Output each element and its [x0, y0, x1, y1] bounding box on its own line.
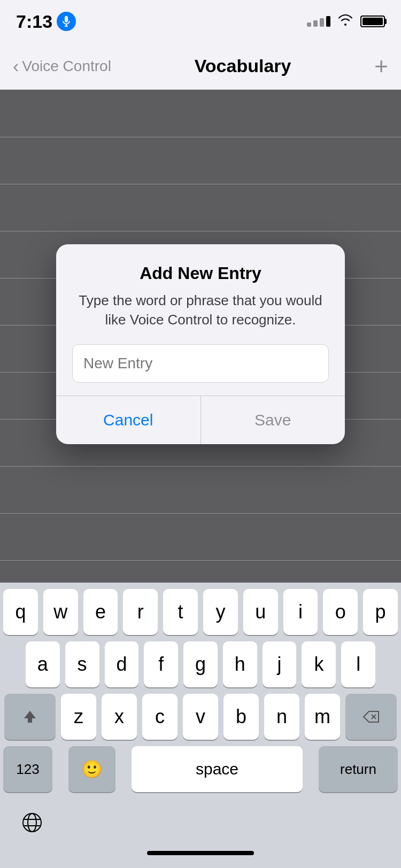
save-button[interactable]: Save: [201, 396, 345, 444]
key-z[interactable]: z: [61, 694, 96, 740]
key-j[interactable]: j: [263, 641, 297, 687]
status-right: [307, 14, 385, 29]
cancel-button[interactable]: Cancel: [56, 396, 201, 444]
globe-key[interactable]: [9, 800, 56, 846]
modal-dialog: Add New Entry Type the word or phrase th…: [56, 244, 345, 445]
key-o[interactable]: o: [323, 589, 358, 635]
content-area: Add New Entry Type the word or phrase th…: [0, 90, 401, 599]
key-n[interactable]: n: [264, 694, 299, 740]
add-button[interactable]: +: [374, 55, 388, 78]
return-key[interactable]: return: [319, 746, 398, 792]
nav-bar: ‹ Voice Control Vocabulary +: [0, 43, 401, 90]
page-title: Vocabulary: [195, 56, 291, 76]
wifi-icon: [338, 14, 353, 29]
key-c[interactable]: c: [142, 694, 178, 740]
svg-point-6: [28, 813, 36, 832]
backspace-key[interactable]: [345, 694, 397, 740]
keyboard: q w e r t y u i o p a s d f g h j k l: [0, 583, 401, 868]
status-time-container: 7:13: [16, 11, 76, 32]
keyboard-row-2: a s d f g h j k l: [3, 641, 398, 687]
key-s[interactable]: s: [65, 641, 99, 687]
keyboard-rows: q w e r t y u i o p a s d f g h j k l: [0, 583, 401, 743]
key-v[interactable]: v: [183, 694, 218, 740]
key-p[interactable]: p: [363, 589, 398, 635]
shift-key[interactable]: [4, 694, 56, 740]
svg-rect-0: [65, 16, 68, 22]
key-m[interactable]: m: [305, 694, 340, 740]
status-bar: 7:13: [0, 0, 401, 43]
back-button[interactable]: ‹ Voice Control: [13, 56, 111, 76]
key-r[interactable]: r: [123, 589, 158, 635]
globe-row: [0, 797, 401, 846]
key-u[interactable]: u: [243, 589, 278, 635]
key-h[interactable]: h: [223, 641, 257, 687]
keyboard-row-1: q w e r t y u i o p: [3, 589, 398, 635]
space-key[interactable]: space: [132, 746, 303, 792]
key-y[interactable]: y: [203, 589, 238, 635]
battery-icon: [360, 15, 385, 27]
key-e[interactable]: e: [83, 589, 118, 635]
key-w[interactable]: w: [43, 589, 78, 635]
key-l[interactable]: l: [341, 641, 375, 687]
key-i[interactable]: i: [283, 589, 318, 635]
modal-buttons: Cancel Save: [56, 396, 345, 444]
new-entry-input[interactable]: [72, 344, 329, 383]
key-k[interactable]: k: [302, 641, 336, 687]
home-bar-container: [0, 846, 401, 868]
signal-icon: [307, 16, 330, 27]
key-a[interactable]: a: [26, 641, 60, 687]
home-bar: [147, 851, 254, 855]
key-b[interactable]: b: [223, 694, 259, 740]
modal-overlay: Add New Entry Type the word or phrase th…: [0, 90, 401, 599]
key-t[interactable]: t: [163, 589, 198, 635]
status-time: 7:13: [16, 11, 52, 32]
key-d[interactable]: d: [105, 641, 139, 687]
numbers-key[interactable]: 123: [3, 746, 52, 792]
key-g[interactable]: g: [183, 641, 218, 687]
svg-point-5: [23, 813, 41, 832]
key-f[interactable]: f: [144, 641, 178, 687]
keyboard-row-3: z x c v b n m: [3, 694, 398, 740]
key-q[interactable]: q: [3, 589, 38, 635]
keyboard-bottom-row: 123 🙂 space return: [0, 743, 401, 797]
modal-body: Add New Entry Type the word or phrase th…: [56, 244, 345, 396]
emoji-key[interactable]: 🙂: [68, 746, 115, 792]
modal-message: Type the word or phrase that you would l…: [72, 291, 329, 330]
back-arrow-icon: ‹: [13, 56, 19, 76]
key-x[interactable]: x: [102, 694, 137, 740]
modal-title: Add New Entry: [72, 264, 329, 283]
mic-icon: [57, 12, 76, 31]
back-label: Voice Control: [22, 58, 111, 75]
